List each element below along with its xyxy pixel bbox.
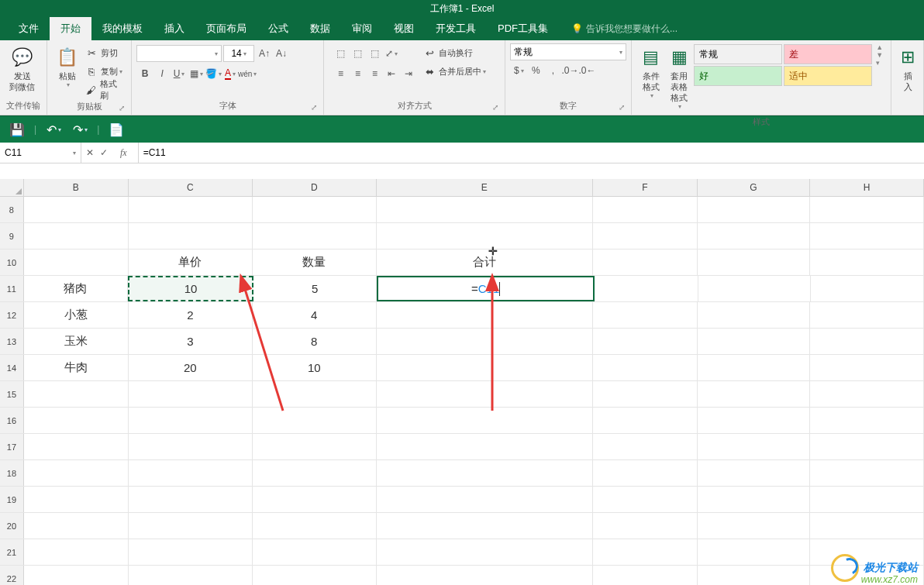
- cell-e10[interactable]: ✛合计: [377, 249, 593, 275]
- cell-h17[interactable]: [810, 434, 924, 459]
- comma-button[interactable]: ,: [545, 63, 560, 78]
- cell-b9[interactable]: [24, 223, 129, 249]
- cell-e17[interactable]: [377, 434, 593, 459]
- cell-f10[interactable]: [593, 249, 698, 275]
- cell-b17[interactable]: [24, 434, 129, 459]
- row-header-22[interactable]: 22: [0, 566, 24, 585]
- cell-e13[interactable]: [377, 329, 593, 354]
- cell-f9[interactable]: [593, 223, 698, 249]
- cell-b20[interactable]: [24, 513, 129, 539]
- cell-d11[interactable]: 5: [253, 276, 377, 301]
- row-header-15[interactable]: 15: [0, 381, 24, 407]
- row-header-16[interactable]: 16: [0, 408, 24, 433]
- tab-insert[interactable]: 插入: [153, 17, 195, 40]
- row-header-9[interactable]: 9: [0, 223, 24, 249]
- cell-d20[interactable]: [253, 513, 377, 539]
- decrease-decimal-button[interactable]: .0←: [579, 63, 595, 78]
- increase-decimal-button[interactable]: .0→: [562, 63, 578, 78]
- number-expander[interactable]: ⤢: [619, 103, 625, 112]
- cell-g21[interactable]: [698, 539, 810, 565]
- decrease-font-button[interactable]: A↓: [274, 46, 289, 61]
- cell-d21[interactable]: [253, 539, 377, 565]
- increase-font-button[interactable]: A↑: [257, 46, 272, 61]
- align-middle-button[interactable]: ⬚: [350, 46, 365, 61]
- cell-d16[interactable]: [253, 408, 377, 433]
- cell-h9[interactable]: [810, 223, 924, 249]
- cell-c10[interactable]: 单价: [129, 249, 253, 275]
- cell-g14[interactable]: [698, 355, 810, 380]
- cell-d9[interactable]: [253, 223, 377, 249]
- row-header-20[interactable]: 20: [0, 513, 24, 539]
- cell-g17[interactable]: [698, 434, 810, 459]
- cell-c11[interactable]: 10: [128, 276, 253, 301]
- cell-c13[interactable]: 3: [129, 329, 253, 354]
- tab-pdf-tools[interactable]: PDF工具集: [487, 17, 559, 40]
- cell-b14[interactable]: 牛肉: [24, 355, 129, 380]
- cell-f17[interactable]: [593, 434, 698, 459]
- border-button[interactable]: ▦▾: [188, 66, 204, 81]
- row-header-8[interactable]: 8: [0, 197, 24, 222]
- cell-g16[interactable]: [698, 408, 810, 433]
- align-left-button[interactable]: ≡: [333, 66, 348, 81]
- tab-developer[interactable]: 开发工具: [425, 17, 487, 40]
- cell-c20[interactable]: [129, 513, 253, 539]
- cell-g13[interactable]: [698, 329, 810, 354]
- cell-e8[interactable]: [377, 197, 593, 222]
- cell-c19[interactable]: [129, 487, 253, 512]
- cell-e9[interactable]: [377, 223, 593, 249]
- fill-color-button[interactable]: 🪣▾: [205, 66, 221, 81]
- cell-g12[interactable]: [698, 302, 810, 328]
- cell-f20[interactable]: [593, 513, 698, 539]
- cell-e18[interactable]: [377, 460, 593, 486]
- cell-e22[interactable]: [377, 566, 593, 585]
- cell-f13[interactable]: [593, 329, 698, 354]
- cell-e14[interactable]: [377, 355, 593, 380]
- cell-g19[interactable]: [698, 487, 810, 512]
- select-all-button[interactable]: [0, 179, 24, 196]
- column-header-g[interactable]: G: [698, 179, 810, 196]
- cell-h15[interactable]: [810, 381, 924, 407]
- cell-e21[interactable]: [377, 539, 593, 565]
- cell-e16[interactable]: [377, 408, 593, 433]
- cell-styles-gallery[interactable]: 常规 差 好 适中: [693, 43, 873, 87]
- cell-d18[interactable]: [253, 460, 377, 486]
- cell-d14[interactable]: 10: [253, 355, 377, 380]
- cell-g18[interactable]: [698, 460, 810, 486]
- cell-g11[interactable]: [698, 276, 810, 301]
- cell-b21[interactable]: [24, 539, 129, 565]
- gallery-more-button[interactable]: ▾: [876, 59, 883, 67]
- cell-b13[interactable]: 玉米: [24, 329, 129, 354]
- fx-icon[interactable]: fx: [114, 147, 133, 159]
- cell-b19[interactable]: [24, 487, 129, 512]
- phonetic-button[interactable]: wén▾: [240, 66, 255, 81]
- formula-bar-input[interactable]: =C11: [139, 147, 924, 158]
- undo-button[interactable]: ↶▾: [44, 120, 63, 139]
- tab-file[interactable]: 文件: [8, 17, 50, 40]
- cell-d10[interactable]: 数量: [253, 249, 377, 275]
- cell-f22[interactable]: [593, 566, 698, 585]
- cell-f15[interactable]: [593, 381, 698, 407]
- cell-g10[interactable]: [698, 249, 810, 275]
- cell-b15[interactable]: [24, 381, 129, 407]
- cell-f11[interactable]: [595, 276, 698, 301]
- cell-b11[interactable]: 猪肉: [24, 276, 128, 301]
- cell-f12[interactable]: [593, 302, 698, 328]
- style-neutral[interactable]: 适中: [784, 66, 872, 86]
- table-format-button[interactable]: ▦ 套用 表格格式▾: [665, 43, 693, 115]
- cell-g20[interactable]: [698, 513, 810, 539]
- cell-f16[interactable]: [593, 408, 698, 433]
- cell-h11[interactable]: [811, 276, 924, 301]
- number-format-select[interactable]: 常规▾: [510, 43, 626, 60]
- cell-g9[interactable]: [698, 223, 810, 249]
- cell-g8[interactable]: [698, 197, 810, 222]
- cell-d22[interactable]: [253, 566, 377, 585]
- alignment-expander[interactable]: ⤢: [492, 103, 498, 112]
- cell-e11[interactable]: =C11: [377, 276, 595, 301]
- row-header-10[interactable]: 10: [0, 249, 24, 275]
- row-header-21[interactable]: 21: [0, 539, 24, 565]
- cell-f8[interactable]: [593, 197, 698, 222]
- cell-c16[interactable]: [129, 408, 253, 433]
- italic-button[interactable]: I: [154, 66, 170, 81]
- tab-view[interactable]: 视图: [383, 17, 425, 40]
- column-header-f[interactable]: F: [593, 179, 698, 196]
